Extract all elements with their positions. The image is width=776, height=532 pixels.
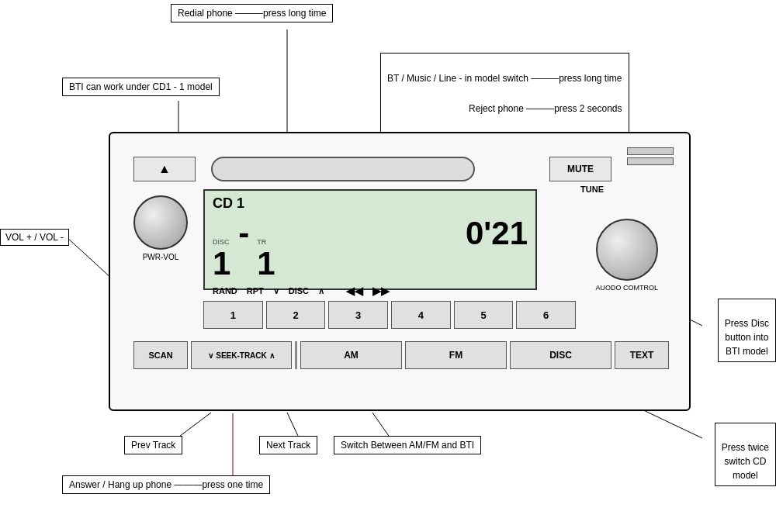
redial-annotation: Redial phone ———press long time [171,4,333,22]
switch-amfm-annotation: Switch Between AM/FM and BTI [334,436,481,454]
vol-label: VOL + / VOL - [0,229,69,246]
cd-slot[interactable] [211,157,475,181]
tr-section: TR 1 [257,238,275,280]
preset-btn-1[interactable]: 1 [203,301,263,329]
pwr-vol-label: PWR-VOL [143,253,179,261]
disc-section: DISC 1 [213,238,230,280]
prev-icon: ◀◀ [346,285,363,297]
svg-line-8 [372,413,390,438]
auodo-knob[interactable] [596,219,658,281]
am-button[interactable]: AM [300,341,402,369]
slot-2 [627,157,674,165]
fm-button[interactable]: FM [405,341,507,369]
bti-cd1-annotation: BTI can work under CD1 - 1 model [62,78,220,96]
display-bottom-row: RAND RPT ∨ DISC ∧ ◀◀ ▶▶ [213,285,528,297]
pwr-vol-area: PWR-VOL [133,195,188,261]
preset-row: 1 2 3 4 5 6 [203,301,576,329]
next-icon: ▶▶ [372,285,390,297]
redial-text: Redial phone ———press long time [178,8,326,19]
pwr-vol-knob[interactable] [133,195,188,250]
auodo-label: AUODO COMTROL [595,284,658,292]
eject-icon: ▲ [158,162,171,176]
seek-divider [295,341,297,369]
auodo-area: AUODO COMTROL [595,219,658,292]
next-track-annotation: Next Track [259,436,317,454]
press-twice-annotation: Press twice switch CD model [715,423,776,486]
rpt-label: RPT [247,286,264,295]
tr-number: 1 [257,247,275,280]
press-disc-annotation: Press Disc button into BTI model [718,299,776,362]
answer-hangup-annotation: Answer / Hang up phone ———press one time [62,475,270,494]
bt-music-text: BT / Music / Line - in model switch ———p… [387,71,622,86]
radio-unit: ▲ MUTE TUNE PWR-VOL CD 1 DISC 1 - TR 1 0… [109,132,691,411]
down-arrow: ∨ [273,286,279,296]
seek-track-button[interactable]: ∨ SEEK-TRACK ∧ [191,341,292,369]
preset-btn-4[interactable]: 4 [391,301,451,329]
text-button[interactable]: TEXT [615,341,669,369]
tune-label: TUNE [580,185,604,194]
preset-btn-6[interactable]: 6 [516,301,576,329]
scan-button[interactable]: SCAN [133,341,188,369]
prev-track-annotation: Prev Track [124,436,182,454]
top-slots [627,147,674,165]
preset-btn-3[interactable]: 3 [328,301,388,329]
slot-1 [627,147,674,155]
display-area: CD 1 DISC 1 - TR 1 0'21 RAND RPT ∨ DISC … [203,189,537,290]
separator: - [238,215,249,252]
preset-btn-5[interactable]: 5 [454,301,514,329]
bottom-controls-row: SCAN ∨ SEEK-TRACK ∧ AM FM DISC TEXT [133,341,669,369]
up-arrow: ∧ [318,286,324,296]
time-display: 0'21 [466,215,528,252]
svg-line-3 [66,237,113,279]
disc-number: 1 [213,247,230,280]
disc-button[interactable]: DISC [510,341,611,369]
bti-cd1-text: BTI can work under CD1 - 1 model [69,81,213,92]
reject-text: Reject phone ———press 2 seconds [387,102,622,116]
preset-btn-2[interactable]: 2 [266,301,326,329]
display-main: DISC 1 - TR 1 0'21 [213,215,528,280]
cd-label: CD 1 [213,195,528,212]
rand-label: RAND [213,286,237,295]
mute-button[interactable]: MUTE [549,157,611,181]
eject-button[interactable]: ▲ [133,157,196,181]
disc-text: DISC [289,286,309,295]
